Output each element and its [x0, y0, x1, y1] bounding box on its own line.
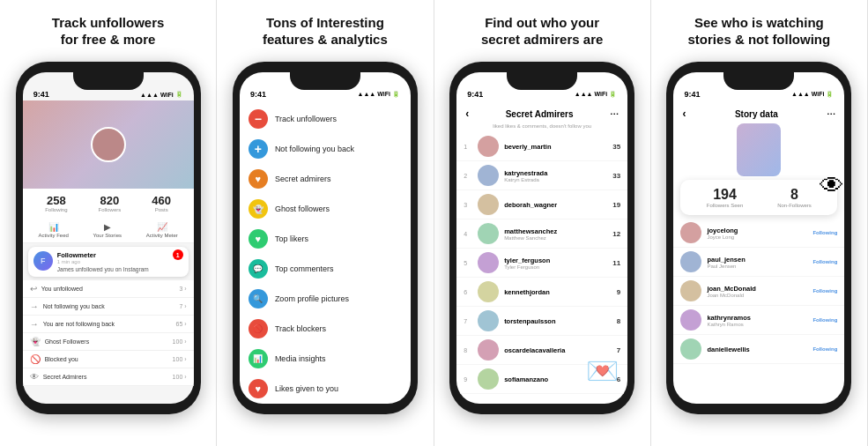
table-row: joycelong Joyce Long Following: [673, 219, 844, 248]
heart-decoration: 💌: [586, 355, 619, 386]
eye-icon: 👁: [820, 171, 844, 200]
p1-notif-badge: 1: [173, 249, 183, 260]
panel-3: Find out who your secret admirers are 9:…: [434, 0, 651, 446]
table-row: 2 katrynestrada Katryn Estrada 33: [456, 161, 627, 190]
p4-stat-nonfollowers: 8 Non-Followers: [777, 187, 812, 208]
panel-2: Tons of Interesting features & analytics…: [217, 0, 434, 446]
list-item: 👻Ghost Followers 100 ›: [23, 333, 194, 351]
p2-list: − Track unfollowers + Not following you …: [240, 104, 411, 404]
table-row: kathrynramos Kathryn Ramos Following: [673, 306, 844, 335]
list-item: →You are not following back 65 ›: [23, 316, 194, 333]
p4-stat-followers: 194 Followers Seen: [707, 187, 743, 208]
table-row: paul_jensen Paul Jensen Following: [673, 248, 844, 277]
avatar: [478, 136, 499, 157]
p1-stat-followers: 820 Followers: [99, 194, 122, 212]
avatar: [478, 252, 499, 273]
p1-avatar: [91, 127, 126, 162]
list-item: ♥ Secret admirers: [240, 164, 411, 194]
phone-4: 9:41 ▲▲▲ WiFi 🔋 ‹ Story data ⋯ 194 Follo…: [666, 62, 851, 414]
list-item: ♥ Top likers: [240, 224, 411, 254]
list-item: 👁Secret Admirers 100 ›: [23, 368, 194, 386]
list-item: − Track unfollowers: [240, 104, 411, 134]
p1-notif-icon: F: [33, 251, 53, 271]
panel-1: Track unfollowers for free & more 9:41 ▲…: [0, 0, 217, 446]
avatar: [680, 309, 701, 331]
table-row: joan_McDonald Joan McDonald Following: [673, 277, 844, 306]
p1-list: ↩You unfollowed 3 › →Not following you b…: [23, 280, 194, 386]
p1-nav-meter: 📈 Activity Meter: [146, 222, 178, 238]
p1-nav: 📊 Activity Feed ▶ Your Stories 📈 Activit…: [23, 218, 194, 243]
panel-1-title: Track unfollowers for free & more: [52, 9, 165, 53]
table-row: 5 tyler_ferguson Tyler Ferguson 11: [456, 249, 627, 278]
p4-list: joycelong Joyce Long Following paul_jens…: [673, 219, 844, 364]
table-row: 3 deborah_wagner 19: [456, 190, 627, 219]
notch-3: [507, 72, 577, 90]
p1-notification: F Followmeter 1 min ago James unfollowed…: [28, 247, 189, 277]
avatar: [478, 281, 499, 302]
notch-1: [73, 72, 144, 90]
panel-2-title: Tons of Interesting features & analytics: [263, 9, 388, 53]
table-row: 1 beverly_martin 35: [456, 132, 627, 161]
avatar: [478, 194, 499, 215]
phone-3: 9:41 ▲▲▲ WiFi 🔋 ‹ Secret Admirers ⋯ like…: [449, 62, 634, 414]
panel-3-title: Find out who your secret admirers are: [481, 9, 603, 53]
p4-stats-box: 194 Followers Seen 8 Non-Followers 👁: [680, 180, 837, 215]
p3-subheader: liked likes & comments, doesn't follow y…: [456, 123, 627, 132]
p1-nav-stories: ▶ Your Stories: [93, 222, 122, 238]
p1-stats: 258 Following 820 Followers 460 Posts: [23, 189, 194, 218]
list-item: 📊 Media insights: [240, 344, 411, 374]
phone-2: 9:41 ▲▲▲ WiFi 🔋 − Track unfollowers + No…: [233, 62, 418, 414]
list-item: 💬 Top commenters: [240, 254, 411, 284]
panel-4: See who is watching stories & not follow…: [651, 0, 868, 446]
list-item: 👻 Ghost followers: [240, 194, 411, 224]
avatar: [680, 251, 701, 272]
list-item: 🚫 Track blockers: [240, 314, 411, 344]
avatar: [478, 339, 499, 361]
avatar: [680, 280, 701, 301]
notch-2: [290, 72, 360, 90]
p4-story-thumb: [737, 123, 781, 176]
avatar: [478, 368, 499, 390]
avatar: [680, 338, 701, 360]
avatar: [478, 310, 499, 331]
avatar: [478, 223, 499, 244]
p1-stat-following: 258 Following: [45, 194, 67, 212]
p4-header: ‹ Story data ⋯: [673, 100, 844, 123]
avatar: [478, 165, 499, 186]
list-item: ♥ Likes given to you: [240, 374, 411, 404]
table-row: 4 matthewsanchez Matthew Sanchez 12: [456, 219, 627, 249]
panel-4-title: See who is watching stories & not follow…: [688, 9, 831, 53]
p1-header-image: [23, 100, 194, 189]
p1-notif-text: Followmeter 1 min ago James unfollowed y…: [57, 251, 149, 272]
phone-1: 9:41 ▲▲▲ WiFi 🔋 258 Following 820 Follow…: [16, 62, 201, 414]
table-row: daniellewellis Following: [673, 335, 844, 364]
p1-stat-posts: 460 Posts: [152, 194, 171, 212]
p3-header: ‹ Secret Admirers ⋯: [456, 100, 627, 123]
list-item: + Not following you back: [240, 134, 411, 164]
list-item: ↩You unfollowed 3 ›: [23, 280, 194, 298]
notch-4: [723, 72, 794, 90]
table-row: 7 torstenpaulsson 8: [456, 307, 627, 336]
table-row: 6 kennethjordan 9: [456, 278, 627, 307]
list-item: 🔍 Zoom profile pictures: [240, 284, 411, 314]
list-item: →Not following you back 7 ›: [23, 298, 194, 316]
list-item: 🚫Blocked you 100 ›: [23, 351, 194, 368]
avatar: [680, 222, 701, 243]
p1-nav-activity: 📊 Activity Feed: [38, 222, 68, 238]
